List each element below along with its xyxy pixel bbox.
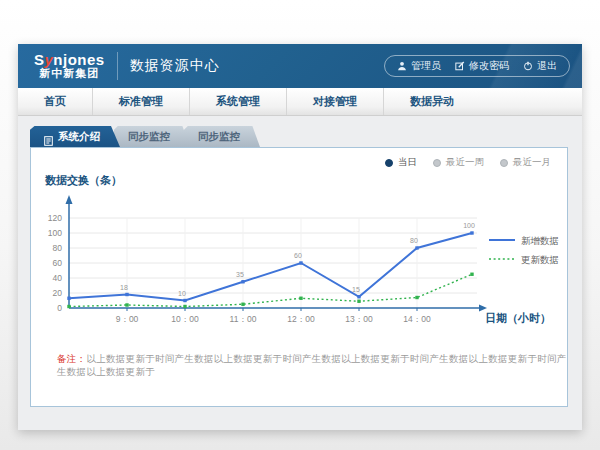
userbar-item-label: 退出 xyxy=(537,59,557,73)
nav-item-4[interactable]: 数据异动 xyxy=(384,88,480,115)
svg-text:100: 100 xyxy=(463,222,475,229)
nav-item-1[interactable]: 标准管理 xyxy=(93,88,190,115)
svg-text:80: 80 xyxy=(410,237,418,244)
svg-text:0: 0 xyxy=(57,303,62,313)
series-0: 181035601580100 xyxy=(67,222,475,302)
y-axis-label: 数据交换（条） xyxy=(44,174,122,187)
x-axis-label: 日期（小时） xyxy=(485,312,551,325)
svg-text:60: 60 xyxy=(53,258,63,268)
svg-text:60: 60 xyxy=(294,252,302,259)
svg-text:15: 15 xyxy=(352,286,360,293)
tab-2[interactable]: 同步监控 xyxy=(184,126,260,147)
svg-text:120: 120 xyxy=(48,213,62,223)
tab-label: 同步监控 xyxy=(128,126,170,147)
svg-text:35: 35 xyxy=(236,271,244,278)
svg-text:20: 20 xyxy=(53,288,63,298)
userbar-item-2[interactable]: 退出 xyxy=(523,59,557,73)
legend-item-0: 新增数据 xyxy=(489,235,559,246)
nav-item-2[interactable]: 系统管理 xyxy=(190,88,287,115)
userbar-item-label: 管理员 xyxy=(411,59,441,73)
logo-part1: S xyxy=(34,51,45,68)
footnote: 备注：以上数据更新于时间产生数据以上数据更新于时间产生数据以上数据更新于时间产生… xyxy=(57,353,567,379)
line-chart: 0204060801001209：0010：0011：0012：0013：001… xyxy=(31,168,569,340)
brand-company: 新中新集团 xyxy=(34,68,105,80)
page-title: 数据资源中心 xyxy=(130,57,220,75)
radio-dot xyxy=(433,159,441,167)
svg-text:13：00: 13：00 xyxy=(345,314,373,324)
doc-icon xyxy=(44,132,53,142)
tab-1[interactable]: 同步监控 xyxy=(114,126,190,147)
tab-label: 系统介绍 xyxy=(58,126,100,147)
brand-logo: Synjones 新中新集团 xyxy=(34,52,118,79)
legend-item-1: 更新数据 xyxy=(489,254,559,265)
radio-dot xyxy=(500,159,508,167)
svg-text:新增数据: 新增数据 xyxy=(521,235,559,246)
brand-logo-text: Synjones xyxy=(34,52,105,68)
svg-text:12：00: 12：00 xyxy=(287,314,315,324)
svg-text:18: 18 xyxy=(120,284,128,291)
userbar-item-label: 修改密码 xyxy=(469,59,509,73)
svg-text:100: 100 xyxy=(48,228,62,238)
logo-part2: njones xyxy=(53,51,104,68)
userbar: 管理员修改密码退出 xyxy=(384,55,570,77)
userbar-item-1[interactable]: 修改密码 xyxy=(455,59,509,73)
radio-dot xyxy=(385,159,393,167)
svg-text:11：00: 11：00 xyxy=(230,314,257,324)
nav-item-3[interactable]: 对接管理 xyxy=(287,88,384,115)
tab-bar: 系统介绍同步监控同步监控 xyxy=(30,125,568,147)
nav-item-0[interactable]: 首页 xyxy=(18,88,93,115)
content-area: 系统介绍同步监控同步监控 当日最近一周最近一月 0204060801001209… xyxy=(18,116,582,430)
svg-text:14：00: 14：00 xyxy=(403,314,431,324)
svg-text:10：00: 10：00 xyxy=(171,314,199,324)
power-icon xyxy=(523,61,533,71)
app-window: Synjones 新中新集团 数据资源中心 管理员修改密码退出 首页标准管理系统… xyxy=(18,44,582,430)
footnote-prefix: 备注： xyxy=(57,353,86,364)
tab-0[interactable]: 系统介绍 xyxy=(30,126,120,147)
line-chart-svg: 0204060801001209：0010：0011：0012：0013：001… xyxy=(31,168,569,340)
tab-label: 同步监控 xyxy=(198,126,240,147)
svg-text:10: 10 xyxy=(178,290,186,297)
svg-text:80: 80 xyxy=(53,243,63,253)
footnote-text: 以上数据更新于时间产生数据以上数据更新于时间产生数据以上数据更新于时间产生数据以… xyxy=(57,353,567,377)
user-icon xyxy=(397,61,407,71)
edit-icon xyxy=(455,61,465,71)
chart-panel: 当日最近一周最近一月 0204060801001209：0010：0011：00… xyxy=(30,147,568,407)
userbar-item-0[interactable]: 管理员 xyxy=(397,59,441,73)
app-header: Synjones 新中新集团 数据资源中心 管理员修改密码退出 xyxy=(18,44,582,88)
svg-text:9：00: 9：00 xyxy=(116,314,139,324)
nav: 首页标准管理系统管理对接管理数据异动 xyxy=(18,88,582,116)
svg-text:更新数据: 更新数据 xyxy=(521,254,559,265)
svg-text:40: 40 xyxy=(53,273,63,283)
